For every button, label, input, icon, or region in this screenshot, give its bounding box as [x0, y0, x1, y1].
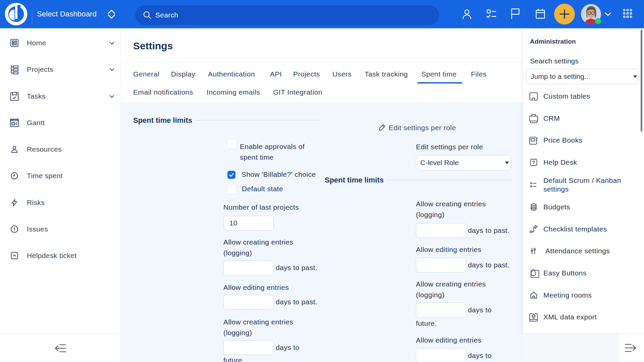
svg-text:?: ?: [532, 160, 535, 165]
